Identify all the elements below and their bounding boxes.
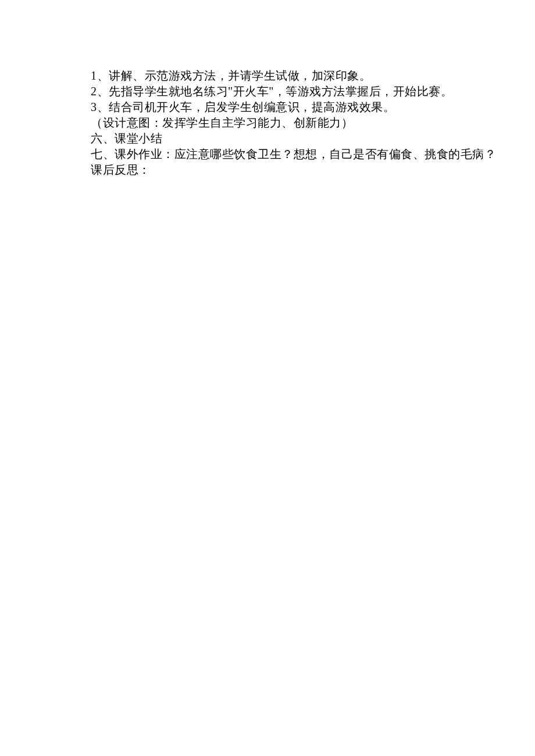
text-line-1: 1、讲解、示范游戏方法，并请学生试做，加深印象。 <box>91 68 454 84</box>
text-line-7: 课后反思： <box>91 162 454 178</box>
document-body: 1、讲解、示范游戏方法，并请学生试做，加深印象。 2、先指导学生就地名练习"开火… <box>91 68 454 178</box>
text-line-4: （设计意图：发挥学生自主学习能力、创新能力） <box>91 115 454 131</box>
text-line-3: 3、结合司机开火车，启发学生创编意识，提高游戏效果。 <box>91 99 454 115</box>
text-line-2: 2、先指导学生就地名练习"开火车"，等游戏方法掌握后，开始比赛。 <box>91 84 454 99</box>
text-line-5: 六、课堂小结 <box>91 131 454 146</box>
text-line-6: 七、课外作业：应注意哪些饮食卫生？想想，自己是否有偏食、挑食的毛病？ <box>91 146 454 162</box>
